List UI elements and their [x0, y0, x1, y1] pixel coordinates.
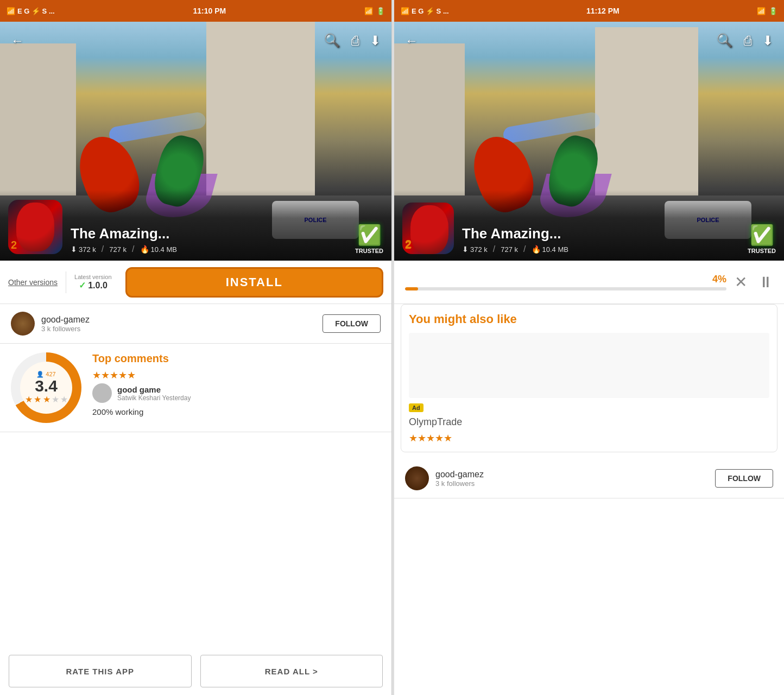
left-wifi-icon: 📶 [364, 7, 373, 15]
left-commenter-date: Yesterday [162, 394, 191, 402]
left-top-comments: Top comments ★★★★★ good game Satwik Kesh… [92, 352, 381, 423]
star-3: ★ [43, 395, 50, 404]
left-shield-icon: ✅ [357, 224, 382, 247]
left-size-stat: 727 k [109, 245, 127, 254]
left-publisher-avatar [11, 312, 35, 336]
left-nav-bar: ← 🔍 ⎙ ⬇ [0, 22, 391, 60]
left-rating-circle-inner: 👤 427 3.4 ★ ★ ★ ★ ★ [20, 362, 72, 414]
left-other-versions-link[interactable]: Other versions [8, 278, 58, 287]
right-ad-placeholder [409, 333, 769, 398]
right-mb-stat: 🔥 10.4 MB [532, 245, 568, 254]
right-shield-icon: ✅ [750, 224, 774, 247]
left-comment-text: 200% working [92, 407, 381, 416]
right-trusted-badge: ✅ TRUSTED [748, 224, 776, 254]
right-app-stats: ⬇ 372 k / 727 k / 🔥 10.4 MB [462, 244, 739, 254]
right-download-stat: ⬇ 372 k [462, 245, 488, 254]
left-install-section: Other versions Latest version ✓ 1.0.0 IN… [0, 261, 391, 304]
left-publisher-followers: 3 k followers [41, 325, 323, 333]
right-status-left: 📶 E G ⚡ S ... [401, 7, 449, 15]
left-status-time: 11:10 PM [193, 7, 226, 15]
right-app-text-info: The Amazing... ⬇ 372 k / 727 k / 🔥 10.4 … [462, 225, 739, 254]
left-status-bar: 📶 E G ⚡ S ... 11:10 PM 📶 🔋 [0, 0, 391, 22]
left-status-left: 📶 E G ⚡ S ... [7, 7, 55, 15]
left-search-icon[interactable]: 🔍 [324, 33, 340, 48]
left-ratings-section: 👤 427 3.4 ★ ★ ★ ★ ★ Top comments ★★★★★ [0, 344, 391, 432]
left-publisher-name: good-gamez [41, 315, 323, 325]
left-commenter-avatar [92, 383, 112, 403]
left-read-all-button[interactable]: READ ALL > [200, 655, 383, 687]
right-building-1 [394, 43, 465, 195]
right-publisher-avatar [405, 466, 429, 490]
right-app-title: The Amazing... [462, 225, 739, 242]
right-status-time: 11:12 PM [586, 7, 619, 15]
right-back-icon[interactable]: ← [405, 33, 418, 48]
right-phone-panel: 📶 E G ⚡ S ... 11:12 PM 📶 🔋 ← 🔍 [394, 0, 784, 695]
right-status-bar: 📶 E G ⚡ S ... 11:12 PM 📶 🔋 [394, 0, 784, 22]
left-publisher-info: good-gamez 3 k followers [41, 315, 323, 333]
right-network-text: E G ⚡ S ... [412, 7, 449, 15]
right-signal-icon: 📶 [401, 7, 409, 15]
right-ad-title: OlympTrade [409, 416, 769, 428]
left-app-stats: ⬇ 372 k / 727 k / 🔥 10.4 MB [71, 244, 347, 254]
left-signal-icon: 📶 [7, 7, 15, 15]
right-follow-button[interactable]: FOLLOW [715, 469, 773, 488]
left-version-label: Latest version [74, 274, 111, 280]
right-battery-icon: 🔋 [769, 7, 777, 15]
left-install-button[interactable]: INSTALL [125, 267, 383, 298]
left-commenter-info: good game Satwik Keshari Yesterday [117, 385, 191, 402]
left-trusted-text: TRUSTED [355, 248, 383, 254]
left-commenter-sub: Satwik Keshari [117, 394, 160, 402]
right-nav-bar: ← 🔍 ⎙ ⬇ [394, 22, 784, 60]
left-download-stat: ⬇ 372 k [71, 245, 96, 254]
right-wifi-icon: 📶 [757, 7, 766, 15]
right-app-icon: 2 [402, 203, 454, 254]
left-download-icon[interactable]: ⬇ [370, 33, 381, 48]
right-publisher-section: good-gamez 3 k followers FOLLOW [394, 459, 784, 498]
left-version-number: ✓ 1.0.0 [79, 280, 108, 290]
star-2: ★ [34, 395, 41, 404]
left-phone-panel: 📶 E G ⚡ S ... 11:10 PM 📶 🔋 [0, 0, 392, 695]
right-share-icon[interactable]: ⎙ [744, 33, 751, 48]
right-progress-bar-bg [405, 287, 726, 290]
star-4: ★ [52, 395, 59, 404]
right-hero-image: ← 🔍 ⎙ ⬇ 2 The Amazing... ⬇ 372 k / [394, 22, 784, 261]
left-hero-image: ← 🔍 ⎙ ⬇ 2 The Amazing... ⬇ 372 k / [0, 22, 391, 261]
left-rating-number: 3.4 [35, 378, 58, 394]
left-commenter-name: good game [117, 385, 191, 394]
right-trusted-text: TRUSTED [748, 248, 776, 254]
left-comment-header: good game Satwik Keshari Yesterday [92, 383, 381, 403]
right-search-icon[interactable]: 🔍 [717, 33, 733, 48]
right-app-icon-number: 2 [405, 239, 411, 251]
left-app-title: The Amazing... [71, 225, 347, 242]
right-publisher-info: good-gamez 3 k followers [435, 470, 715, 488]
download-stat-icon: ⬇ [71, 245, 77, 254]
left-commenter-meta: Satwik Keshari Yesterday [117, 394, 191, 402]
right-app-info-bar: 2 The Amazing... ⬇ 372 k / 727 k / 🔥 [394, 190, 784, 261]
left-rating-circle-bg: 👤 427 3.4 ★ ★ ★ ★ ★ [11, 352, 81, 423]
right-progress-container: 4% [405, 274, 726, 290]
left-status-right: 📶 🔋 [364, 7, 385, 15]
star-5: ★ [60, 395, 67, 404]
right-download-stat-icon: ⬇ [462, 245, 469, 254]
right-progress-percent: 4% [405, 274, 726, 285]
left-back-icon[interactable]: ← [11, 33, 24, 48]
right-download-icon[interactable]: ⬇ [762, 33, 773, 48]
left-publisher-section: good-gamez 3 k followers FOLLOW [0, 304, 391, 344]
left-rate-button[interactable]: RATE THIS APP [9, 655, 192, 687]
left-share-icon[interactable]: ⎙ [351, 33, 359, 48]
right-pause-button[interactable]: ⏸ [758, 273, 773, 291]
right-status-right: 📶 🔋 [757, 7, 777, 15]
fire-icon: 🔥 [140, 245, 149, 254]
right-download-section: 4% ✕ ⏸ [394, 261, 784, 304]
left-app-info-bar: 2 The Amazing... ⬇ 372 k / 727 k / 🔥 [0, 190, 391, 261]
right-publisher-followers: 3 k followers [435, 479, 715, 488]
left-rating-stars: ★ ★ ★ ★ ★ [25, 394, 68, 405]
right-cancel-button[interactable]: ✕ [735, 273, 747, 291]
left-network-text: E G ⚡ S ... [17, 7, 55, 15]
left-top-comments-title: Top comments [92, 352, 381, 365]
left-mb-stat: 🔥 10.4 MB [140, 245, 177, 254]
right-ad-badge: Ad [409, 403, 423, 412]
right-ad-stars: ★★★★★ [409, 432, 769, 444]
left-follow-button[interactable]: FOLLOW [323, 314, 381, 333]
left-bottom-buttons: RATE THIS APP READ ALL > [0, 647, 391, 695]
